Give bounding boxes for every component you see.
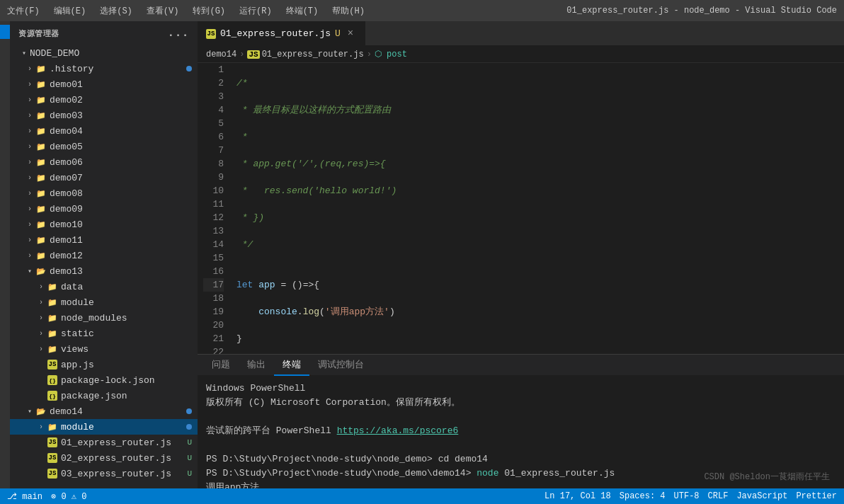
tree-item-demo12[interactable]: › 📁 demo12 xyxy=(10,248,198,263)
tab-modified-indicator: U xyxy=(335,28,341,39)
arrow-icon: › xyxy=(24,63,35,74)
sidebar-options-button[interactable]: ... xyxy=(168,27,189,40)
folder-icon: 📁 xyxy=(35,188,47,199)
menu-terminal[interactable]: 终端(T) xyxy=(286,5,319,17)
arrow-icon: › xyxy=(35,343,47,355)
tree-item-demo14-module[interactable]: › 📁 module xyxy=(10,419,198,435)
terminal-line: 版权所有 (C) Microsoft Corporation。保留所有权利。 xyxy=(206,396,836,410)
status-spaces[interactable]: Spaces: 4 xyxy=(620,491,666,501)
panel-tab-problems[interactable]: 问题 xyxy=(203,355,239,376)
tab-close-button[interactable]: × xyxy=(345,28,356,39)
panel-tab-terminal[interactable]: 终端 xyxy=(274,355,309,376)
arrow-icon: › xyxy=(24,79,35,90)
menu-run[interactable]: 运行(R) xyxy=(239,5,272,17)
tree-item-demo13-views[interactable]: › 📁 views xyxy=(10,341,198,357)
breadcrumb: demo14 › JS01_express_router.js › ⬡ post xyxy=(198,46,844,63)
tree-item-demo13-packagelock[interactable]: › {} package-lock.json xyxy=(10,372,198,388)
item-label: static xyxy=(61,328,198,339)
activity-explorer[interactable] xyxy=(0,25,10,39)
root-label: NODE_DEMO xyxy=(30,48,79,59)
arrow-icon: › xyxy=(35,421,47,433)
tree-item-demo14-03[interactable]: › JS 03_express_router.js U xyxy=(10,466,198,481)
item-label: demo10 xyxy=(50,219,198,230)
status-formatter[interactable]: Prettier xyxy=(796,491,837,501)
code-content[interactable]: /* * 最终目标是以这样的方式配置路由 * * app.get('/',(re… xyxy=(229,63,844,354)
tree-item-demo14-01[interactable]: › JS 01_express_router.js U xyxy=(10,435,198,450)
tree-item-demo13[interactable]: ▾ 📂 demo13 xyxy=(10,263,198,279)
arrow-icon: › xyxy=(24,94,35,105)
folder-icon: 📂 xyxy=(35,265,47,277)
window-title: 01_express_router.js - node_demo - Visua… xyxy=(566,6,837,16)
tree-item-demo03[interactable]: › 📁 demo03 xyxy=(10,108,198,123)
folder-icon: 📁 xyxy=(35,141,47,152)
modified-badge: U xyxy=(187,469,192,478)
terminal-link[interactable]: https://aka.ms/pscore6 xyxy=(337,425,459,436)
arrow-icon: › xyxy=(24,156,35,168)
status-cursor[interactable]: Ln 17, Col 18 xyxy=(544,491,611,501)
tree-item-demo06[interactable]: › 📁 demo06 xyxy=(10,154,198,170)
status-language[interactable]: JavaScript xyxy=(736,491,787,501)
menu-view[interactable]: 查看(V) xyxy=(147,5,179,17)
tree-item-demo13-appjs[interactable]: › JS app.js xyxy=(10,357,198,372)
tree-item-demo14[interactable]: ▾ 📂 demo14 xyxy=(10,403,198,419)
folder-icon: 📁 xyxy=(47,421,58,433)
menu-goto[interactable]: 转到(G) xyxy=(193,5,225,17)
terminal-line: 尝试新的跨平台 PowerShell https://aka.ms/pscore… xyxy=(206,424,836,438)
tree-item-demo11[interactable]: › 📁 demo11 xyxy=(10,232,198,248)
item-label: demo06 xyxy=(50,157,198,168)
tree-item-demo04[interactable]: › 📁 demo04 xyxy=(10,123,198,139)
terminal-panel: 问题 输出 终端 调试控制台 Windows PowerShell 版权所有 (… xyxy=(198,354,844,488)
tree-item-demo13-module[interactable]: › 📁 module xyxy=(10,294,198,310)
breadcrumb-demo14[interactable]: demo14 xyxy=(206,50,236,59)
menu-edit[interactable]: 编辑(E) xyxy=(54,5,86,17)
tree-item-demo14-02[interactable]: › JS 02_express_router.js U xyxy=(10,450,198,466)
panel-tab-output[interactable]: 输出 xyxy=(239,355,274,376)
status-badge xyxy=(186,408,192,414)
tree-item-demo08[interactable]: › 📁 demo08 xyxy=(10,185,198,201)
item-label: data xyxy=(61,282,198,292)
tree-item-demo13-static[interactable]: › 📁 static xyxy=(10,326,198,341)
watermark: CSDN @Sheldon一茛烟雨任平生 xyxy=(704,471,830,483)
arrow-icon: ▾ xyxy=(18,47,30,59)
tree-item-demo13-package[interactable]: › {} package.json xyxy=(10,388,198,403)
item-label: 01_express_router.js xyxy=(61,437,187,448)
tree-item-demo02[interactable]: › 📁 demo02 xyxy=(10,92,198,108)
breadcrumb-file[interactable]: JS01_express_router.js xyxy=(247,50,363,59)
tree-item-demo05[interactable]: › 📁 demo05 xyxy=(10,139,198,154)
status-branch[interactable]: ⎇ main xyxy=(7,491,42,502)
status-errors: ⊗ 0 ⚠ 0 xyxy=(51,491,86,502)
item-label: views xyxy=(61,344,198,355)
breadcrumb-post[interactable]: ⬡ post xyxy=(375,49,407,59)
tab-01-express-router[interactable]: JS 01_express_router.js U × xyxy=(198,21,365,45)
tree-root-node_demo[interactable]: ▾ NODE_DEMO xyxy=(10,45,198,61)
tree-item-demo10[interactable]: › 📁 demo10 xyxy=(10,217,198,232)
panel-tab-debug[interactable]: 调试控制台 xyxy=(309,355,372,376)
menu-select[interactable]: 选择(S) xyxy=(100,5,132,17)
menu-help[interactable]: 帮助(H) xyxy=(332,5,365,17)
tree-item-demo07[interactable]: › 📁 demo07 xyxy=(10,170,198,185)
js-file-icon: JS xyxy=(206,28,216,39)
arrow-icon: › xyxy=(35,328,47,339)
status-eol[interactable]: CRLF xyxy=(708,491,729,501)
tree-item-demo13-node_modules[interactable]: › 📁 node_modules xyxy=(10,310,198,326)
tree-item-history[interactable]: › 📁 .history xyxy=(10,61,198,76)
tree-item-demo01[interactable]: › 📁 demo01 xyxy=(10,76,198,92)
arrow-icon: › xyxy=(24,172,35,183)
arrow-icon: › xyxy=(24,125,35,137)
menu-file[interactable]: 文件(F) xyxy=(7,5,40,17)
terminal-line xyxy=(206,410,836,424)
tree-item-demo09[interactable]: › 📁 demo09 xyxy=(10,201,198,217)
editor-area: JS 01_express_router.js U × demo14 › JS0… xyxy=(198,21,844,488)
folder-icon: 📁 xyxy=(35,203,47,214)
terminal-prompt-line: PS D:\Study\Project\node-study\node_demo… xyxy=(206,452,836,466)
json-file-icon: {} xyxy=(47,390,58,401)
arrow-icon: › xyxy=(24,110,35,121)
status-bar-right: Ln 17, Col 18 Spaces: 4 UTF-8 CRLF JavaS… xyxy=(544,491,837,501)
folder-icon: 📁 xyxy=(47,297,58,308)
sidebar: 资源管理器 ... ▾ NODE_DEMO › 📁 .history › 📁 d… xyxy=(10,21,198,488)
item-label: demo13 xyxy=(50,266,198,277)
item-label: demo07 xyxy=(50,173,198,183)
arrow-icon: › xyxy=(24,234,35,246)
tree-item-demo13-data[interactable]: › 📁 data xyxy=(10,279,198,294)
status-encoding[interactable]: UTF-8 xyxy=(674,491,700,501)
